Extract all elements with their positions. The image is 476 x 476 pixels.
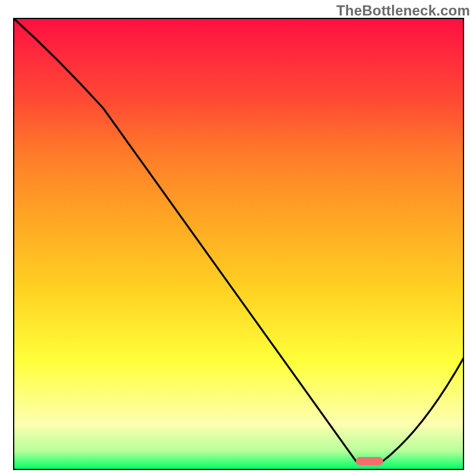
chart-frame: TheBottleneck.com <box>0 0 476 476</box>
watermark-text: TheBottleneck.com <box>336 2 470 19</box>
optimal-marker <box>356 457 383 465</box>
line-series <box>13 18 464 470</box>
curve-path <box>13 18 464 461</box>
